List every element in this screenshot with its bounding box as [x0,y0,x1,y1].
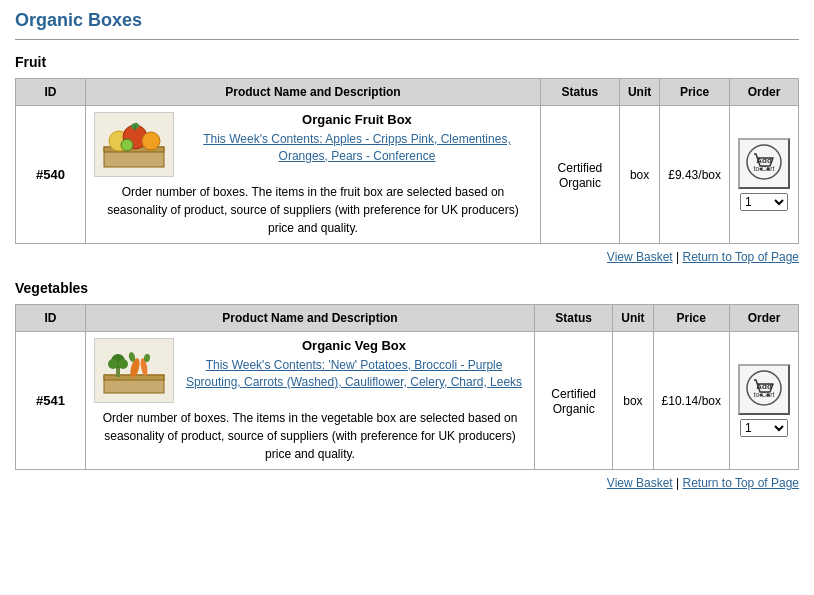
veg-table-header-row: ID Product Name and Description Status U… [16,305,799,332]
col-name-veg: Product Name and Description [86,305,535,332]
svg-point-18 [118,359,128,369]
row-desc-veg: Organic Veg Box This Week's Contents: 'N… [86,332,535,470]
col-unit-fruit: Unit [619,79,659,106]
veg-footer-links: View Basket | Return to Top of Page [15,476,799,490]
veg-product-name: Organic Veg Box [182,338,526,353]
fruit-product-desc: Order number of boxes. The items in the … [94,183,532,237]
col-price-veg: Price [653,305,729,332]
veg-price-text: £10.14/box [662,394,721,408]
veg-product-image [94,338,174,403]
col-id-veg: ID [16,305,86,332]
vegetables-section: Vegetables ID Product Name and Descripti… [15,280,799,490]
vegetables-table: ID Product Name and Description Status U… [15,304,799,470]
fruit-quantity-select[interactable]: 1 2 3 4 5 [740,193,788,211]
col-order-veg: Order [729,305,798,332]
veg-status-text: Certified Organic [551,387,596,416]
veg-product-info: Organic Veg Box This Week's Contents: 'N… [182,338,526,391]
veg-return-top-link[interactable]: Return to Top of Page [682,476,799,490]
fruit-add-to-cart-button[interactable]: Add to Cart [738,138,790,189]
veg-add-to-cart-button[interactable]: Add to Cart [738,364,790,415]
col-status-fruit: Status [540,79,619,106]
veg-product-link[interactable]: This Week's Contents: 'New' Potatoes, Br… [186,358,522,389]
col-status-veg: Status [535,305,613,332]
veg-product-desc: Order number of boxes. The items in the … [94,409,526,463]
fruit-order-cell: Add to Cart 1 2 3 4 5 [729,106,798,244]
table-row: #540 [16,106,799,244]
table-row: #541 [16,332,799,470]
col-name-fruit: Product Name and Description [86,79,541,106]
product-row-inner: Organic Fruit Box This Week's Contents: … [94,112,532,177]
veg-cart-icon: Add to Cart [746,370,782,406]
veg-product-row-inner: Organic Veg Box This Week's Contents: 'N… [94,338,526,403]
fruit-unit: box [619,106,659,244]
fruit-status-text: Certified Organic [558,161,603,190]
fruit-product-image [94,112,174,177]
title-divider [15,39,799,40]
veg-status: Certified Organic [535,332,613,470]
fruit-view-basket-link[interactable]: View Basket [607,250,673,264]
svg-point-4 [142,132,160,150]
veg-view-basket-link[interactable]: View Basket [607,476,673,490]
fruit-section: Fruit ID Product Name and Description St… [15,54,799,264]
fruit-product-name: Organic Fruit Box [182,112,532,127]
cart-icon: Add to Cart [746,144,782,180]
col-price-fruit: Price [660,79,730,106]
row-desc-fruit: Organic Fruit Box This Week's Contents: … [86,106,541,244]
col-id-fruit: ID [16,79,86,106]
veg-price: £10.14/box [653,332,729,470]
svg-point-5 [121,139,133,151]
vegetables-section-heading: Vegetables [15,280,799,296]
page-title: Organic Boxes [15,10,799,31]
row-id-fruit: #540 [16,106,86,244]
svg-text:to Cart: to Cart [753,165,774,172]
veg-order-cell: Add to Cart 1 2 3 4 5 [729,332,798,470]
col-unit-veg: Unit [613,305,653,332]
veg-quantity-select[interactable]: 1 2 3 4 5 [740,419,788,437]
veg-unit-text: box [623,394,642,408]
fruit-price-text: £9.43/box [668,168,721,182]
veg-image-svg [99,343,169,398]
fruit-image-svg [99,117,169,172]
fruit-table-header-row: ID Product Name and Description Status U… [16,79,799,106]
fruit-footer-separator: | [676,250,679,264]
fruit-table: ID Product Name and Description Status U… [15,78,799,244]
fruit-unit-text: box [630,168,649,182]
veg-footer-separator: | [676,476,679,490]
fruit-status: Certified Organic [540,106,619,244]
veg-unit: box [613,332,653,470]
col-order-fruit: Order [729,79,798,106]
fruit-footer-links: View Basket | Return to Top of Page [15,250,799,264]
fruit-return-top-link[interactable]: Return to Top of Page [682,250,799,264]
fruit-product-info: Organic Fruit Box This Week's Contents: … [182,112,532,165]
svg-point-17 [108,359,118,369]
fruit-section-heading: Fruit [15,54,799,70]
row-id-veg: #541 [16,332,86,470]
svg-text:to Cart: to Cart [753,391,774,398]
fruit-price: £9.43/box [660,106,730,244]
fruit-product-link[interactable]: This Week's Contents: Apples - Cripps Pi… [203,132,511,163]
